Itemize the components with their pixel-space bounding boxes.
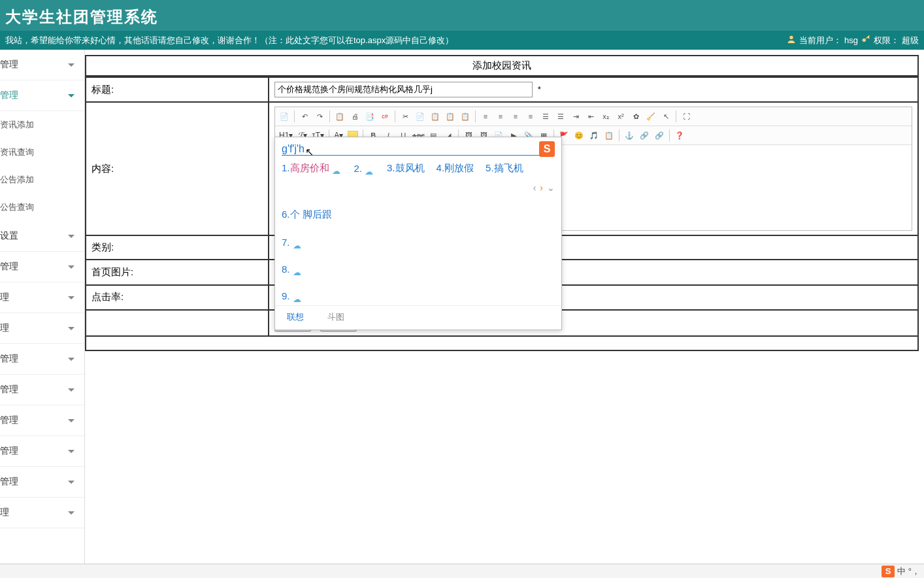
- sidebar-item-10[interactable]: 管理: [0, 467, 84, 498]
- ime-tab-emoji[interactable]: 斗图: [316, 309, 356, 326]
- ime-tab-assoc[interactable]: 联想: [275, 309, 316, 326]
- cloud-icon: [293, 266, 303, 274]
- list-ul-icon[interactable]: ☰: [554, 110, 567, 123]
- current-user-label: 当前用户：: [799, 35, 842, 46]
- emoji-icon[interactable]: 😊: [572, 129, 586, 142]
- form-table: 标题: * 内容: 📄 ↶ ↷ 📋: [85, 76, 919, 351]
- ime-candidate-7[interactable]: 7.: [282, 237, 303, 248]
- unlink-icon[interactable]: 🔗: [653, 129, 666, 142]
- perm-label: 权限：: [874, 35, 899, 46]
- chevron-down-icon: [68, 235, 74, 238]
- chevron-down-icon: [68, 358, 74, 361]
- key-icon: [861, 34, 871, 46]
- sidebar-sub-news-add[interactable]: 资讯添加: [0, 111, 84, 139]
- ime-lang-indicator[interactable]: 中 °，: [897, 566, 920, 566]
- sidebar-item-7[interactable]: 管理: [0, 375, 84, 405]
- paste-icon[interactable]: 📋: [429, 110, 442, 123]
- chevron-down-icon: [68, 481, 74, 484]
- taskbar-ime: S 中 °，: [0, 564, 924, 566]
- sidebar-item-6[interactable]: 管理: [0, 344, 84, 375]
- paste-text-icon[interactable]: 📋: [459, 110, 472, 123]
- sidebar-item-9[interactable]: 管理: [0, 436, 84, 467]
- ime-candidates: 1.高房价和 2. 3.鼓风机 4.刚放假 5.搞飞机 ‹ › ⌄ 6.个: [275, 158, 561, 305]
- ime-candidate-6[interactable]: 6.个 脚后跟: [282, 209, 332, 221]
- redo-icon[interactable]: ↷: [313, 110, 326, 123]
- code-icon[interactable]: c#: [378, 110, 391, 123]
- undo-icon[interactable]: ↶: [298, 110, 311, 123]
- align-justify-icon[interactable]: ≡: [524, 110, 537, 123]
- current-user: hsg: [844, 35, 858, 45]
- sogou-logo-icon: S: [539, 141, 555, 157]
- align-center-icon[interactable]: ≡: [494, 110, 507, 123]
- list-ol-icon[interactable]: ☰: [539, 110, 552, 123]
- chevron-down-icon: [68, 327, 74, 330]
- app-title: 大学生社团管理系统: [5, 7, 924, 27]
- link-icon[interactable]: 🔗: [638, 129, 651, 142]
- chevron-down-icon: [68, 511, 74, 515]
- source-icon[interactable]: 📄: [278, 110, 291, 123]
- chevron-down-icon: [68, 63, 74, 67]
- sidebar-item-4[interactable]: 理: [0, 282, 84, 313]
- sidebar: 管理 管理 资讯添加 资讯查询 公告添加 公告查询 设置 管理 理 理 管理 管…: [0, 50, 85, 566]
- ime-candidate-4[interactable]: 4.刚放假: [437, 162, 474, 175]
- print-icon[interactable]: 🖨: [348, 110, 361, 123]
- sidebar-sub-news-query[interactable]: 资讯查询: [0, 139, 84, 166]
- align-right-icon[interactable]: ≡: [509, 110, 522, 123]
- template-icon[interactable]: 📑: [363, 110, 376, 123]
- chevron-down-icon: [68, 94, 74, 97]
- outdent-icon[interactable]: ⇤: [584, 110, 597, 123]
- sidebar-item-1[interactable]: 管理: [0, 80, 84, 111]
- chevron-down-icon: [68, 265, 74, 269]
- sidebar-item-11[interactable]: 理: [0, 498, 84, 528]
- format-icon[interactable]: ✿: [629, 110, 642, 123]
- sub-icon[interactable]: x₂: [599, 110, 612, 123]
- indent-icon[interactable]: ⇥: [569, 110, 582, 123]
- ime-candidate-2[interactable]: 2.: [354, 163, 376, 174]
- label-category: 类别:: [86, 235, 269, 260]
- label-title: 标题:: [86, 77, 269, 102]
- sidebar-item-0[interactable]: 管理: [0, 50, 84, 80]
- sogou-taskbar-icon[interactable]: S: [882, 566, 895, 566]
- chevron-down-icon: [68, 450, 74, 453]
- align-left-icon[interactable]: ≡: [479, 110, 492, 123]
- cloud-icon: [293, 293, 303, 301]
- paste-word-icon[interactable]: 📋: [444, 110, 457, 123]
- anchor-icon[interactable]: ⚓: [623, 129, 636, 142]
- chevron-down-icon: [68, 388, 74, 392]
- welcome-text: 我站，希望能给你带来好心情，其他话语请您自己修改，谢谢合作！（注：此处文字您可以…: [5, 35, 454, 46]
- copy2-icon[interactable]: 📄: [414, 110, 427, 123]
- ime-panel: g'f'j'h S 1.高房价和 2. 3.鼓风机 4.刚放假 5.搞飞机 ‹ …: [274, 137, 562, 330]
- ime-prev-icon[interactable]: ‹: [533, 182, 536, 193]
- doc-icon[interactable]: 📋: [602, 129, 616, 142]
- sup-icon[interactable]: x²: [614, 110, 627, 123]
- ime-candidate-3[interactable]: 3.鼓风机: [387, 162, 425, 175]
- cut-icon[interactable]: ✂: [399, 110, 412, 123]
- ime-pager: ‹ › ⌄: [533, 182, 555, 193]
- ime-candidate-9[interactable]: 9.: [282, 290, 303, 301]
- sidebar-sub-notice-query[interactable]: 公告查询: [0, 194, 84, 221]
- ime-candidate-5[interactable]: 5.搞飞机: [486, 162, 523, 175]
- app-header: 大学生社团管理系统: [0, 0, 924, 31]
- help-icon[interactable]: ❓: [673, 129, 686, 142]
- copy-icon[interactable]: 📋: [333, 110, 346, 123]
- required-marker: *: [538, 84, 541, 94]
- ime-candidate-1[interactable]: 1.高房价和: [282, 162, 342, 175]
- clear-icon[interactable]: 🧹: [644, 110, 657, 123]
- title-input[interactable]: [274, 82, 533, 97]
- cloud-icon: [293, 239, 303, 247]
- sidebar-item-8[interactable]: 管理: [0, 405, 84, 436]
- label-content: 内容:: [86, 102, 269, 235]
- sidebar-sub-notice-add[interactable]: 公告添加: [0, 166, 84, 194]
- sidebar-item-5[interactable]: 理: [0, 313, 84, 344]
- ime-expand-icon[interactable]: ⌄: [547, 182, 555, 193]
- fullscreen-icon[interactable]: ⛶: [680, 110, 693, 123]
- select-icon[interactable]: ↖: [659, 110, 672, 123]
- sidebar-item-3[interactable]: 管理: [0, 252, 84, 282]
- ime-input-display: g'f'j'h: [282, 143, 539, 156]
- ime-candidate-8[interactable]: 8.: [282, 264, 303, 275]
- chevron-down-icon: [68, 419, 74, 422]
- label-hits: 点击率:: [86, 285, 269, 310]
- ime-next-icon[interactable]: ›: [540, 182, 543, 193]
- sidebar-item-2[interactable]: 设置: [0, 221, 84, 252]
- media-icon[interactable]: 🎵: [587, 129, 601, 142]
